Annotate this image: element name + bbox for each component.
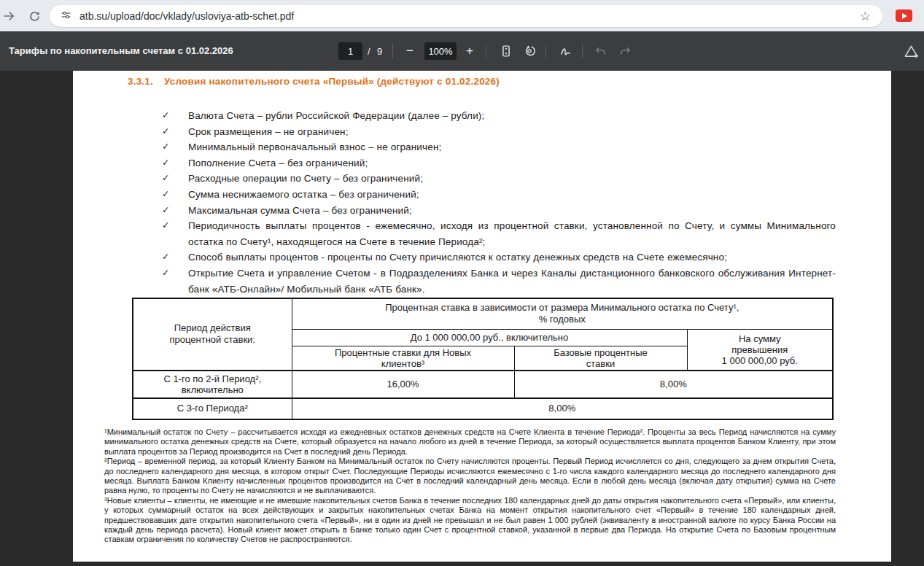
- bullet-text: Максимальная сумма Счета – без ограничен…: [188, 203, 836, 219]
- bullet-text: Валюта Счета – рубли Российской Федераци…: [188, 108, 836, 124]
- play-icon: [902, 13, 907, 19]
- fit-page-button[interactable]: [497, 42, 515, 60]
- cell-period: С 3-го Периода²: [136, 403, 289, 414]
- zoom-in-button[interactable]: +: [461, 42, 478, 60]
- toolbar-divider: [486, 44, 486, 58]
- table-row: С 3-го Периода² 8,00%: [133, 398, 833, 419]
- address-bar[interactable]: atb.su/upload/doc/vklady/usloviya-atb-sc…: [50, 5, 882, 27]
- bullet-text: Сумма неснижаемого остатка – без огранич…: [188, 187, 836, 203]
- checkmark-icon: ✓: [162, 249, 188, 265]
- bullet-text: Минимальный первоначальный взнос – не ог…: [188, 139, 836, 155]
- pdf-document-title: Тарифы по накопительным счетам с 01.02.2…: [9, 31, 233, 71]
- list-item: ✓Валюта Счета – рубли Российской Федерац…: [162, 108, 836, 124]
- bullet-text: Расходные операции по Счету – без ограни…: [188, 171, 836, 187]
- forward-icon[interactable]: [1, 8, 17, 24]
- bullet-text: Пополнение Счета – без ограничений;: [188, 155, 836, 171]
- bullet-text: Способ выплаты процентов - проценты по С…: [188, 249, 836, 265]
- table-header-new-clients: Процентные ставки для Новых клиентов³: [295, 347, 511, 369]
- zoom-out-button[interactable]: −: [401, 42, 419, 60]
- cell-new-rate: 16,00%: [295, 379, 511, 390]
- table-header-over: На сумму превышения 1 000 000,00 руб.: [691, 333, 830, 366]
- undo-icon[interactable]: [592, 42, 610, 60]
- toolbar-divider: [582, 44, 583, 58]
- bookmark-star-icon[interactable]: ☆: [860, 9, 871, 24]
- toolbar-divider: [392, 44, 393, 58]
- list-item: ✓Максимальная сумма Счета – без ограниче…: [162, 203, 836, 219]
- checkmark-icon: ✓: [162, 203, 188, 219]
- redo-icon[interactable]: [616, 42, 634, 60]
- checkmark-icon: ✓: [162, 124, 188, 140]
- rates-table: Период действия процентной ставки: Проце…: [132, 298, 832, 420]
- rotate-button[interactable]: [521, 42, 538, 60]
- bullet-list: ✓Валюта Счета – рубли Российской Федерац…: [162, 108, 836, 297]
- plus-icon: +: [466, 44, 473, 58]
- browser-toolbar: atb.su/upload/doc/vklady/usloviya-atb-sc…: [0, 0, 924, 31]
- table-row: С 1-го по 2-й Период², включительно 16,0…: [133, 371, 833, 398]
- list-item: ✓Открытие Счета и управление Счетом - в …: [162, 265, 836, 297]
- checkmark-icon: ✓: [162, 265, 188, 297]
- footnotes-block: ¹Минимальный остаток по Счету – рассчиты…: [104, 427, 836, 545]
- page-total: 9: [377, 31, 382, 71]
- section-number: 3.3.1.: [128, 76, 153, 87]
- list-item: ✓Способ выплаты процентов - проценты по …: [162, 249, 836, 265]
- list-item: ✓Срок размещения – не ограничен;: [162, 124, 836, 140]
- reload-icon[interactable]: [26, 8, 42, 24]
- checkmark-icon: ✓: [162, 155, 188, 171]
- youtube-extension-icon[interactable]: [896, 9, 912, 22]
- cell-all-rate: 8,00%: [295, 403, 830, 414]
- list-item: ✓Минимальный первоначальный взнос – не о…: [162, 139, 836, 155]
- pdf-toolbar: Тарифы по накопительным счетам с 01.02.2…: [0, 31, 924, 71]
- list-item: ✓Периодичность выплаты процентов - ежеме…: [162, 218, 836, 249]
- checkmark-icon: ✓: [162, 187, 188, 203]
- page-separator: /: [368, 31, 370, 71]
- section-heading: 3.3.1.Условия накопительного счета «Перв…: [128, 76, 500, 87]
- list-item: ✓Пополнение Счета – без ограничений;: [162, 155, 836, 171]
- extension-overlay-icon[interactable]: [902, 42, 920, 60]
- table-header-rate: Процентная ставка в зависимости от разме…: [295, 302, 830, 325]
- minus-icon: −: [406, 44, 414, 58]
- bullet-text: Открытие Счета и управление Счетом - в П…: [188, 265, 836, 297]
- list-item: ✓Сумма неснижаемого остатка – без ограни…: [162, 187, 836, 203]
- url-text[interactable]: atb.su/upload/doc/vklady/usloviya-atb-sc…: [79, 10, 860, 22]
- footnote: ³Новые клиенты – клиенты, не имеющие и н…: [104, 496, 836, 545]
- cell-base-rate: 8,00%: [518, 379, 830, 390]
- table-header-base: Базовые процентные ставки: [518, 347, 684, 369]
- bullet-text: Периодичность выплаты процентов - ежемес…: [188, 218, 836, 249]
- pdf-page: 3.3.1.Условия накопительного счета «Перв…: [73, 71, 891, 562]
- checkmark-icon: ✓: [162, 171, 188, 187]
- pdf-canvas: 3.3.1.Условия накопительного счета «Перв…: [0, 71, 924, 566]
- site-settings-icon[interactable]: [60, 9, 72, 24]
- page-number-input[interactable]: 1: [338, 42, 362, 60]
- cell-period: С 1-го по 2-й Период², включительно: [136, 373, 289, 395]
- zoom-level-input[interactable]: 100%: [424, 42, 457, 60]
- checkmark-icon: ✓: [162, 139, 188, 155]
- footnote: ¹Минимальный остаток по Счету – рассчиты…: [104, 427, 836, 457]
- checkmark-icon: ✓: [162, 108, 188, 124]
- list-item: ✓Расходные операции по Счету – без огран…: [162, 171, 836, 187]
- annotate-pen-icon[interactable]: [557, 42, 575, 60]
- table-header-period: Период действия процентной ставки:: [136, 322, 289, 346]
- section-title: Условия накопительного счета «Первый» (д…: [164, 76, 500, 87]
- toolbar-divider: [546, 44, 546, 58]
- table-header-upto: До 1 000 000,00 руб., включительно: [295, 332, 684, 344]
- footnote: ²Период – временной период, за который К…: [104, 457, 836, 496]
- checkmark-icon: ✓: [162, 218, 188, 249]
- bullet-text: Срок размещения – не ограничен;: [188, 124, 836, 140]
